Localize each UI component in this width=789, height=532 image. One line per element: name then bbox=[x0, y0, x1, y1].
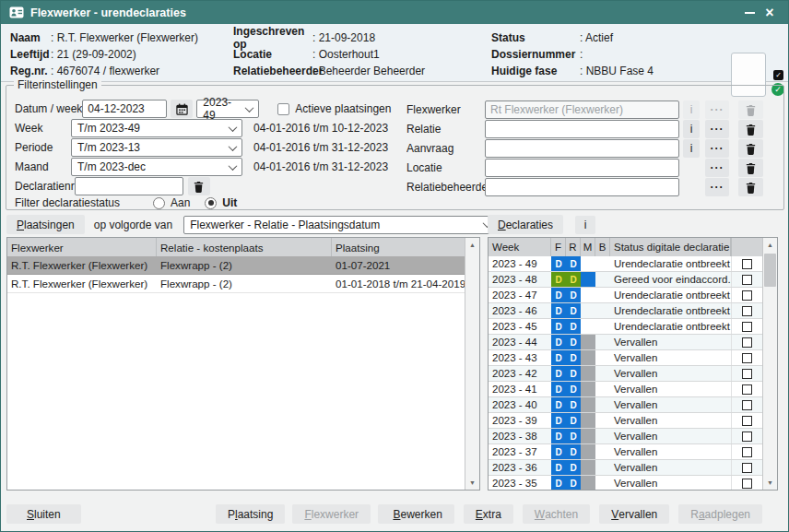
r-status-cell: D bbox=[566, 350, 581, 365]
column-header-r[interactable]: R bbox=[566, 238, 581, 256]
row-checkbox[interactable] bbox=[742, 479, 752, 489]
scroll-down-button[interactable]: ▼ bbox=[465, 476, 479, 490]
table-row[interactable]: 2023 - 36DDVervallen bbox=[489, 460, 762, 476]
week-select[interactable]: T/m 2023-49 bbox=[71, 119, 242, 137]
declaraties-info-button[interactable]: i bbox=[575, 216, 595, 234]
declaratienr-clear-button[interactable] bbox=[188, 177, 210, 195]
column-header-status[interactable]: Status digitale declaratie bbox=[610, 238, 731, 256]
row-checkbox[interactable] bbox=[742, 432, 752, 442]
declaraties-button[interactable]: Declaraties bbox=[488, 215, 563, 234]
plaatsing-button[interactable]: Plaatsing bbox=[216, 504, 285, 524]
locatie-input[interactable] bbox=[485, 159, 679, 177]
table-row[interactable]: 2023 - 44DDVervallen bbox=[489, 335, 762, 350]
table-row[interactable]: R.T. Flexwerker (Flexwerker)Flexwrapp - … bbox=[7, 256, 465, 275]
table-row[interactable]: 2023 - 45DDUrendeclaratie ontbreekt bbox=[489, 319, 762, 335]
declaratienr-input[interactable] bbox=[75, 177, 183, 195]
flexwerker-button: Flexwerker bbox=[292, 504, 371, 524]
minimize-button[interactable] bbox=[739, 3, 760, 23]
maand-select[interactable]: T/m 2023-dec bbox=[71, 158, 242, 176]
datum-input[interactable] bbox=[82, 100, 167, 118]
table-row[interactable]: 2023 - 40DDVervallen bbox=[489, 397, 762, 413]
periode-select[interactable]: T/m 2023-13 bbox=[71, 138, 242, 157]
row-checkbox[interactable] bbox=[742, 290, 752, 301]
extra-button[interactable]: Extra bbox=[464, 504, 513, 524]
table-row[interactable]: R.T. Flexwerker (Flexwerker)Flexwrapp - … bbox=[7, 275, 465, 293]
actieve-plaatsingen-checkbox[interactable] bbox=[277, 103, 289, 115]
r-status-cell: D bbox=[566, 303, 581, 318]
vertical-scrollbar[interactable]: ▲ ▼ bbox=[762, 238, 777, 490]
radio-aan[interactable] bbox=[153, 197, 165, 209]
scrollbar-thumb[interactable] bbox=[764, 254, 776, 287]
calendar-button[interactable] bbox=[171, 100, 193, 118]
sort-select[interactable]: Flexwerker - Relatie - Plaatsingsdatum bbox=[183, 216, 497, 234]
radio-uit[interactable] bbox=[205, 197, 217, 209]
browse-button[interactable]: ··· bbox=[705, 139, 729, 158]
column-header-relatie-kostenplaats[interactable]: Relatie - kostenplaats bbox=[157, 238, 332, 256]
field-label: Dossiernummer bbox=[491, 48, 580, 61]
row-checkbox[interactable] bbox=[742, 353, 752, 363]
table-row[interactable]: 2023 - 37DDVervallen bbox=[489, 444, 762, 460]
checked-checkbox-icon[interactable]: ✓ bbox=[773, 70, 783, 80]
row-checkbox[interactable] bbox=[742, 259, 752, 269]
scroll-up-button[interactable]: ▲ bbox=[763, 238, 777, 252]
row-checkbox[interactable] bbox=[742, 322, 752, 332]
row-checkbox[interactable] bbox=[742, 369, 752, 379]
info-button[interactable]: i bbox=[683, 139, 700, 158]
column-header-flexwerker[interactable]: Flexwerker bbox=[7, 238, 157, 256]
browse-button[interactable]: ··· bbox=[705, 178, 729, 196]
sluiten-button[interactable]: Sluiten bbox=[6, 504, 81, 524]
clear-button[interactable] bbox=[738, 159, 763, 177]
table-row[interactable]: 2023 - 41DDVervallen bbox=[489, 382, 762, 397]
aanvraag-input[interactable] bbox=[485, 139, 679, 158]
row-checkbox[interactable] bbox=[742, 337, 752, 348]
actieve-plaatsingen-label: Actieve plaatsingen bbox=[295, 102, 391, 115]
row-checkbox[interactable] bbox=[742, 416, 752, 426]
info-button[interactable]: i bbox=[683, 100, 700, 119]
browse-button[interactable]: ··· bbox=[705, 100, 729, 119]
scroll-down-button[interactable]: ▼ bbox=[763, 476, 777, 490]
table-row[interactable]: 2023 - 46DDUrendeclaratie ontbreekt bbox=[489, 303, 762, 319]
row-checkbox[interactable] bbox=[742, 384, 752, 395]
vervallen-button[interactable]: Vervallen bbox=[599, 504, 669, 524]
ellipsis-icon: ··· bbox=[711, 182, 724, 193]
table-row[interactable]: 2023 - 43DDVervallen bbox=[489, 350, 762, 366]
relatie-input[interactable] bbox=[485, 120, 679, 138]
cell: 01-01-2018 t/m 21-04-2019 bbox=[332, 278, 465, 290]
browse-button[interactable]: ··· bbox=[705, 159, 729, 177]
column-header-week[interactable]: Week bbox=[489, 238, 551, 256]
table-row[interactable]: 2023 - 49DDUrendeclaratie ontbreekt bbox=[489, 256, 762, 272]
table-row[interactable]: 2023 - 48DDGereed voor eindaccord... bbox=[489, 272, 762, 288]
clear-button[interactable] bbox=[738, 100, 763, 119]
table-row[interactable]: 2023 - 38DDVervallen bbox=[489, 429, 762, 444]
row-checkbox[interactable] bbox=[742, 447, 752, 457]
browse-button[interactable]: ··· bbox=[705, 120, 729, 138]
status-cell: Vervallen bbox=[610, 444, 731, 459]
row-checkbox[interactable] bbox=[742, 400, 752, 410]
clear-button[interactable] bbox=[738, 120, 763, 138]
table-row[interactable]: 2023 - 42DDVervallen bbox=[489, 366, 762, 382]
clear-button[interactable] bbox=[738, 178, 763, 196]
table-row[interactable]: 2023 - 39DDVervallen bbox=[489, 413, 762, 429]
column-header-m[interactable]: M bbox=[581, 238, 595, 256]
scroll-up-button[interactable]: ▲ bbox=[465, 238, 479, 252]
table-row[interactable]: 2023 - 47DDUrendeclaratie ontbreekt bbox=[489, 288, 762, 303]
vertical-scrollbar[interactable]: ▲ ▼ bbox=[465, 238, 479, 490]
m-status-cell bbox=[581, 319, 595, 334]
relatiebeheerder-input[interactable] bbox=[485, 178, 679, 196]
row-checkbox[interactable] bbox=[742, 306, 752, 316]
f-status-cell: D bbox=[551, 335, 566, 349]
info-button[interactable]: i bbox=[683, 120, 700, 138]
week-number-select[interactable]: 2023-49 bbox=[196, 100, 259, 118]
row-checkbox[interactable] bbox=[742, 463, 752, 473]
close-button[interactable]: × bbox=[760, 3, 780, 23]
bewerken-button[interactable]: Bewerken bbox=[381, 504, 453, 524]
flexwerker-input[interactable] bbox=[485, 100, 679, 119]
clear-button[interactable] bbox=[738, 139, 763, 158]
column-header-f[interactable]: F bbox=[551, 238, 566, 256]
plaatsingen-button[interactable]: Plaatsingen bbox=[6, 215, 85, 234]
column-header-plaatsing[interactable]: Plaatsing bbox=[332, 238, 465, 256]
column-header-b[interactable]: B bbox=[595, 238, 610, 256]
row-checkbox[interactable] bbox=[742, 275, 752, 285]
week-cell: 2023 - 48 bbox=[489, 272, 551, 287]
table-row[interactable]: 2023 - 35DDVervallen bbox=[489, 476, 762, 490]
